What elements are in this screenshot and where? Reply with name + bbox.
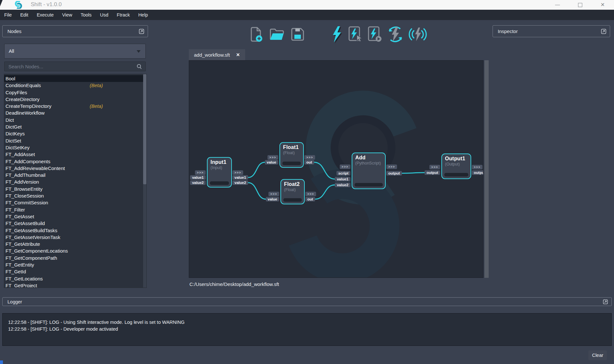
- port-badge[interactable]: value: [266, 197, 279, 201]
- node-list-item[interactable]: DeadlineWorkflow: [4, 109, 146, 116]
- node-list-item-label: DictGet: [6, 124, 22, 130]
- node-list-item[interactable]: FT_GetAttribute: [4, 241, 146, 247]
- port-badge[interactable]: value: [265, 160, 278, 165]
- port-badge[interactable]: output: [386, 171, 402, 176]
- node-list-item[interactable]: CreateDirectory: [4, 96, 146, 103]
- port-chevron[interactable]: >>>: [429, 165, 440, 169]
- node-list-item[interactable]: FT_GetComponentPath: [4, 255, 146, 261]
- port-chevron[interactable]: >>>: [386, 165, 397, 169]
- close-button[interactable]: ✕: [591, 0, 614, 10]
- port-chevron[interactable]: >>>: [305, 192, 316, 196]
- save-icon: [290, 27, 305, 42]
- node-list-item[interactable]: CreateTempDirectory(Beta): [4, 103, 146, 109]
- port-badge[interactable]: value1: [190, 175, 206, 180]
- node-search-input[interactable]: [5, 62, 128, 71]
- node-list-item-label: CopyFiles: [6, 90, 27, 95]
- port-badge[interactable]: value2: [190, 180, 206, 185]
- node-list-item[interactable]: FT_GetAsset: [4, 213, 146, 220]
- node-list-item[interactable]: FT_GetComponentLocations: [4, 247, 146, 254]
- menu-item-edit[interactable]: Edit: [16, 10, 32, 20]
- execute-button[interactable]: [331, 25, 343, 43]
- port-badge[interactable]: out: [305, 197, 315, 201]
- graph-node-float2[interactable]: Float2(Float): [280, 179, 305, 204]
- node-list-item[interactable]: FT_GetProject: [4, 282, 146, 288]
- node-list-item[interactable]: FT_AddVersion: [4, 178, 146, 185]
- node-list-item[interactable]: DictGet: [4, 123, 146, 130]
- node-list-item[interactable]: ConditionEquals(Beta): [4, 82, 146, 89]
- node-list-item[interactable]: FT_GetEntity: [4, 261, 146, 268]
- menu-item-ftrack[interactable]: Ftrack: [113, 10, 134, 20]
- port-chevron[interactable]: >>>: [304, 155, 315, 160]
- titlebar: Shift - v1.0.0 ✕: [0, 0, 614, 10]
- execute-live-button[interactable]: [409, 26, 427, 42]
- node-list-item[interactable]: Dict: [4, 117, 146, 123]
- wire[interactable]: [402, 173, 425, 173]
- menu-item-file[interactable]: File: [0, 10, 16, 20]
- wire[interactable]: [314, 162, 335, 179]
- wire[interactable]: [248, 162, 265, 177]
- node-list-item[interactable]: Bool: [4, 75, 146, 82]
- node-list-item[interactable]: FT_Filter: [4, 206, 146, 213]
- port-badge[interactable]: value2: [335, 183, 350, 187]
- node-list-item[interactable]: FT_CloseSession: [4, 192, 146, 199]
- port-badge[interactable]: output: [425, 170, 440, 175]
- node-list-item[interactable]: DictKeys: [4, 130, 146, 137]
- menu-item-view[interactable]: View: [58, 10, 76, 20]
- node-filter-dropdown[interactable]: All: [4, 44, 146, 59]
- save-workflow-button[interactable]: [290, 27, 305, 42]
- menu-item-tools[interactable]: Tools: [76, 10, 96, 20]
- port-badge[interactable]: output: [472, 170, 483, 175]
- node-list-item[interactable]: FT_AddAsset: [4, 151, 146, 158]
- node-list-item[interactable]: FT_GetAssetVersionTask: [4, 234, 146, 241]
- node-list-item[interactable]: FT_GetAssetBuild: [4, 220, 146, 227]
- node-list-scrollbar[interactable]: [143, 74, 146, 288]
- port-chevron[interactable]: >>>: [233, 170, 243, 175]
- node-list-item[interactable]: FT_AddThumbnail: [4, 172, 146, 178]
- menu-item-usd[interactable]: Usd: [96, 10, 113, 20]
- node-list-item[interactable]: DictSet: [4, 137, 146, 144]
- new-workflow-button[interactable]: [249, 26, 264, 42]
- port-chevron[interactable]: >>>: [267, 155, 278, 160]
- graph-node-float1[interactable]: Float1(Float): [279, 142, 304, 168]
- node-list-item[interactable]: FT_GetLocations: [4, 275, 146, 282]
- clear-log-button[interactable]: Clear: [588, 350, 607, 360]
- port-badge[interactable]: script: [336, 171, 350, 176]
- execute-selected-button[interactable]: [348, 26, 362, 43]
- execute-resume-button[interactable]: [367, 26, 382, 43]
- port-chevron[interactable]: >>>: [195, 170, 206, 175]
- menu-item-execute[interactable]: Execute: [32, 10, 58, 20]
- node-list-item[interactable]: CopyFiles: [4, 89, 146, 96]
- graph-node-add[interactable]: Add(PythonScript): [352, 153, 386, 189]
- maximize-button[interactable]: [569, 0, 591, 10]
- graph-node-output1[interactable]: Output1(Output): [441, 154, 471, 179]
- wire[interactable]: [315, 185, 335, 199]
- execute-refresh-button[interactable]: [387, 26, 404, 43]
- node-list-scrollbar-thumb[interactable]: [143, 74, 146, 184]
- port-chevron[interactable]: >>>: [340, 165, 350, 169]
- inspector-popout-icon[interactable]: [601, 29, 606, 34]
- node-list-item[interactable]: FT_GetId: [4, 268, 146, 275]
- node-list-item[interactable]: FT_BrowseEntity: [4, 186, 146, 192]
- canvas-scrollbar[interactable]: [484, 60, 489, 278]
- menu-item-help[interactable]: Help: [134, 10, 152, 20]
- wire[interactable]: [248, 183, 266, 199]
- minimize-button[interactable]: [546, 0, 569, 10]
- port-badge[interactable]: value1: [233, 175, 248, 180]
- nodes-popout-icon[interactable]: [139, 29, 144, 34]
- port-chevron[interactable]: >>>: [472, 165, 483, 169]
- open-workflow-button[interactable]: [269, 27, 285, 42]
- logger-popout-icon[interactable]: [603, 299, 608, 304]
- port-chevron[interactable]: >>>: [268, 192, 279, 196]
- node-list-item[interactable]: FT_GetAssetBuildTasks: [4, 227, 146, 234]
- tab-close-icon[interactable]: ✕: [236, 52, 240, 57]
- port-badge[interactable]: value2: [233, 180, 248, 185]
- node-list-item[interactable]: FT_AddComponents: [4, 158, 146, 165]
- workflow-tab[interactable]: add_workflow.sft ✕: [189, 49, 245, 60]
- node-list-item[interactable]: FT_AddReviewableContent: [4, 165, 146, 172]
- graph-node-input1[interactable]: Input1(Input): [207, 157, 232, 188]
- port-badge[interactable]: out: [304, 160, 314, 165]
- port-badge[interactable]: value1: [335, 177, 350, 181]
- node-list-item[interactable]: DictSetKey: [4, 144, 146, 151]
- graph-canvas[interactable]: Input1(Input)Float1(Float)Float2(Float)A…: [189, 60, 483, 278]
- node-list-item[interactable]: FT_CommitSession: [4, 199, 146, 206]
